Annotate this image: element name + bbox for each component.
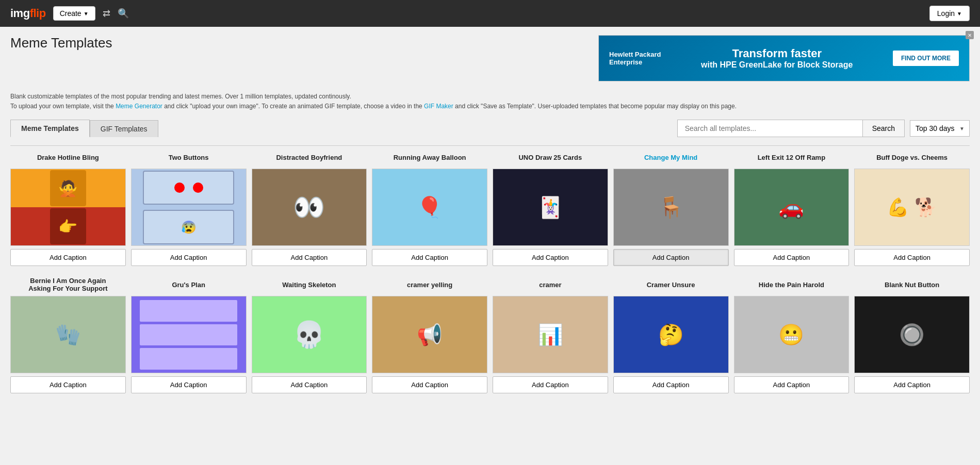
meme-grid-row1: Drake Hotline Bling 🙅 👉 Add Caption Two … — [10, 149, 970, 266]
meme-name-cramer-yelling: cramer yelling — [407, 276, 452, 293]
ad-close-button[interactable]: ✕ — [966, 31, 974, 39]
meme-name-cramer: cramer — [539, 276, 561, 293]
meme-thumb-gru[interactable] — [131, 296, 247, 373]
chevron-down-icon-login: ▼ — [957, 11, 962, 16]
ad-text: Transform faster with HPE GreenLake for … — [661, 47, 893, 70]
search-tabs-row: Meme Templates GIF Templates Search Top … — [10, 120, 970, 137]
shuffle-icon[interactable]: ⇄ — [103, 8, 110, 19]
add-caption-skeleton[interactable]: Add Caption — [252, 376, 367, 393]
tabs: Meme Templates GIF Templates — [10, 120, 158, 137]
search-area: Search — [677, 120, 905, 137]
logo[interactable]: imgflip — [10, 7, 46, 20]
add-caption-blank-nut[interactable]: Add Caption — [854, 376, 970, 393]
meme-name-buff-doge: Buff Doge vs. Cheems — [876, 149, 948, 165]
meme-item-cramer-yelling: cramer yelling 📢 Add Caption — [372, 276, 487, 393]
meme-name-change-mind: Change My Mind — [644, 149, 697, 165]
add-caption-cramer-unsure[interactable]: Add Caption — [613, 376, 729, 393]
header-left: imgflip Create ▼ ⇄ 🔍 — [10, 6, 129, 21]
search-button[interactable]: Search — [863, 120, 905, 137]
add-caption-cramer-yelling[interactable]: Add Caption — [372, 376, 487, 393]
main-content: Hewlett Packard Enterprise Transform fas… — [0, 27, 980, 402]
meme-thumb-skeleton[interactable]: 💀 — [252, 296, 367, 373]
meme-item-gru: Gru's Plan Add Caption — [131, 276, 247, 393]
meme-item-running: Running Away Balloon 🎈 Add Caption — [372, 149, 487, 266]
top-filter-select[interactable]: Top 30 days Top 7 days Top all time Newe… — [910, 120, 970, 137]
divider — [10, 145, 970, 146]
meme-thumb-bernie[interactable]: 🧤 — [10, 296, 126, 373]
meme-thumb-running[interactable]: 🎈 — [372, 169, 487, 246]
meme-thumb-cramer-unsure[interactable]: 🤔 — [613, 296, 729, 373]
add-caption-bernie[interactable]: Add Caption — [10, 376, 126, 393]
ad-banner: Hewlett Packard Enterprise Transform fas… — [598, 35, 970, 81]
login-label: Login — [937, 9, 955, 18]
search-icon-header[interactable]: 🔍 — [118, 8, 129, 19]
add-caption-running[interactable]: Add Caption — [372, 249, 487, 266]
ad-banner-wrapper: Hewlett Packard Enterprise Transform fas… — [588, 35, 970, 87]
meme-name-left-exit: Left Exit 12 Off Ramp — [758, 149, 825, 165]
gif-maker-link[interactable]: GIF Maker — [424, 103, 453, 110]
meme-generator-link[interactable]: Meme Generator — [116, 103, 162, 110]
add-caption-two-buttons[interactable]: Add Caption — [131, 249, 247, 266]
meme-name-uno: UNO Draw 25 Cards — [518, 149, 582, 165]
ad-logo: Hewlett Packard Enterprise — [609, 51, 661, 66]
add-caption-hide-pain[interactable]: Add Caption — [734, 376, 850, 393]
meme-name-distracted: Distracted Boyfriend — [276, 149, 342, 165]
add-caption-left-exit[interactable]: Add Caption — [734, 249, 850, 266]
meme-item-bernie: Bernie I Am Once AgainAsking For Your Su… — [10, 276, 126, 393]
meme-name-blank-nut: Blank Nut Button — [885, 276, 939, 293]
meme-item-distracted: Distracted Boyfriend 👀 Add Caption — [252, 149, 367, 266]
meme-thumb-two-buttons[interactable]: 😰 — [131, 169, 247, 246]
top-filter: Top 30 days Top 7 days Top all time Newe… — [910, 120, 970, 137]
meme-thumb-left-exit[interactable]: 🚗 — [734, 169, 850, 246]
add-caption-distracted[interactable]: Add Caption — [252, 249, 367, 266]
meme-name-two-buttons: Two Buttons — [169, 149, 209, 165]
add-caption-gru[interactable]: Add Caption — [131, 376, 247, 393]
meme-thumb-blank-nut[interactable]: 🔘 — [854, 296, 970, 373]
logo-text-flip: flip — [30, 7, 46, 20]
meme-thumb-change-mind[interactable]: 🪑 — [613, 169, 729, 246]
meme-name-running: Running Away Balloon — [394, 149, 466, 165]
meme-item-change-mind: Change My Mind 🪑 Add Caption — [613, 149, 729, 266]
logo-text-img: img — [10, 7, 30, 20]
meme-thumb-distracted[interactable]: 👀 — [252, 169, 367, 246]
meme-thumb-uno[interactable]: 🃏 — [493, 169, 608, 246]
create-button[interactable]: Create ▼ — [53, 6, 95, 21]
chevron-down-icon: ▼ — [84, 11, 89, 16]
meme-item-drake: Drake Hotline Bling 🙅 👉 Add Caption — [10, 149, 126, 266]
header-right: Login ▼ — [929, 6, 970, 21]
tab-meme-templates[interactable]: Meme Templates — [10, 120, 90, 137]
create-label: Create — [60, 9, 81, 18]
meme-thumb-cramer-yelling[interactable]: 📢 — [372, 296, 487, 373]
meme-item-hide-pain: Hide the Pain Harold 😬 Add Caption — [734, 276, 850, 393]
meme-name-gru: Gru's Plan — [172, 276, 205, 293]
meme-item-buff-doge: Buff Doge vs. Cheems 💪 🐕 Add Caption — [854, 149, 970, 266]
meme-item-left-exit: Left Exit 12 Off Ramp 🚗 Add Caption — [734, 149, 850, 266]
add-caption-buff-doge[interactable]: Add Caption — [854, 249, 970, 266]
search-input[interactable] — [677, 120, 863, 137]
page-description: Blank customizable templates of the most… — [10, 92, 970, 111]
meme-item-two-buttons: Two Buttons 😰 Add Caption — [131, 149, 247, 266]
meme-name-drake: Drake Hotline Bling — [37, 149, 99, 165]
meme-name-bernie: Bernie I Am Once AgainAsking For Your Su… — [28, 276, 107, 293]
meme-thumb-cramer[interactable]: 📊 — [493, 296, 608, 373]
meme-thumb-hide-pain[interactable]: 😬 — [734, 296, 850, 373]
meme-thumb-buff-doge[interactable]: 💪 🐕 — [854, 169, 970, 246]
add-caption-drake[interactable]: Add Caption — [10, 249, 126, 266]
header: imgflip Create ▼ ⇄ 🔍 Login ▼ — [0, 0, 980, 27]
login-button[interactable]: Login ▼ — [929, 6, 970, 21]
meme-item-cramer: cramer 📊 Add Caption — [493, 276, 608, 393]
meme-grid-row2: Bernie I Am Once AgainAsking For Your Su… — [10, 276, 970, 393]
meme-item-uno: UNO Draw 25 Cards 🃏 Add Caption — [493, 149, 608, 266]
meme-name-hide-pain: Hide the Pain Harold — [759, 276, 824, 293]
meme-item-skeleton: Waiting Skeleton 💀 Add Caption — [252, 276, 367, 393]
meme-thumb-drake[interactable]: 🙅 👉 — [10, 169, 126, 246]
tab-gif-templates[interactable]: GIF Templates — [90, 120, 158, 137]
add-caption-uno[interactable]: Add Caption — [493, 249, 608, 266]
ad-cta-button[interactable]: FIND OUT MORE — [893, 51, 959, 66]
meme-name-cramer-unsure: Cramer Unsure — [647, 276, 695, 293]
add-caption-cramer[interactable]: Add Caption — [493, 376, 608, 393]
meme-name-skeleton: Waiting Skeleton — [282, 276, 336, 293]
add-caption-change-mind[interactable]: Add Caption — [613, 249, 729, 266]
meme-item-blank-nut: Blank Nut Button 🔘 Add Caption — [854, 276, 970, 393]
meme-item-cramer-unsure: Cramer Unsure 🤔 Add Caption — [613, 276, 729, 393]
